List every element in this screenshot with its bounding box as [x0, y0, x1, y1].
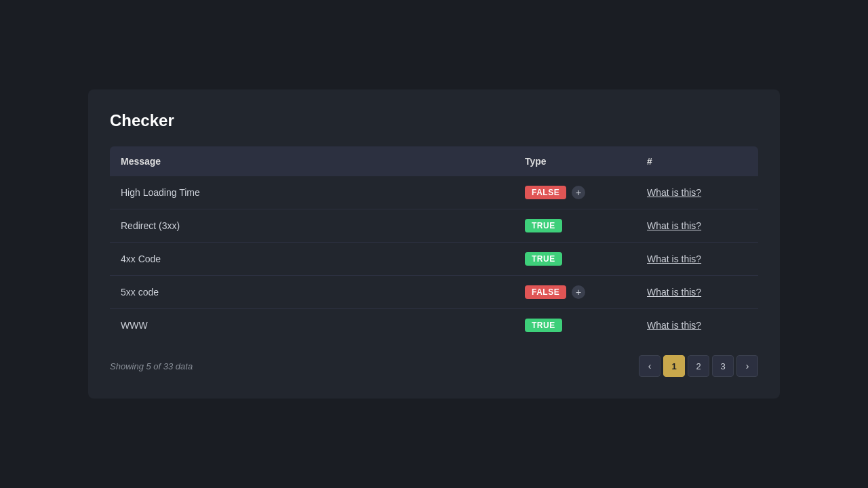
- cell-link: What is this?: [636, 309, 758, 342]
- checker-table: Message Type # High Loading TimeFALSE+Wh…: [110, 146, 758, 342]
- col-message: Message: [110, 146, 514, 176]
- cell-message: WWW: [110, 309, 514, 342]
- pagination-prev[interactable]: ‹: [639, 355, 660, 377]
- what-is-this-link[interactable]: What is this?: [647, 320, 701, 331]
- cell-link: What is this?: [636, 276, 758, 309]
- main-container: Checker Message Type # High Loading Time…: [88, 89, 780, 399]
- pagination-next[interactable]: ›: [736, 355, 758, 377]
- table-row: High Loading TimeFALSE+What is this?: [110, 176, 758, 209]
- cell-message: 5xx code: [110, 276, 514, 309]
- type-badge: TRUE: [525, 219, 562, 232]
- table-row: 4xx CodeTRUEWhat is this?: [110, 243, 758, 276]
- table-footer: Showing 5 of 33 data ‹ 1 2 3 ›: [110, 355, 758, 377]
- what-is-this-link[interactable]: What is this?: [647, 253, 701, 264]
- cell-type: FALSE+: [514, 276, 636, 309]
- table-wrapper: Message Type # High Loading TimeFALSE+Wh…: [110, 146, 758, 342]
- type-badge: FALSE: [525, 285, 566, 299]
- pagination-page-1[interactable]: 1: [663, 355, 685, 377]
- what-is-this-link[interactable]: What is this?: [647, 220, 701, 231]
- type-badge: TRUE: [525, 252, 562, 266]
- table-row: Redirect (3xx)TRUEWhat is this?: [110, 209, 758, 243]
- table-body: High Loading TimeFALSE+What is this?Redi…: [110, 176, 758, 342]
- cell-type: TRUE: [514, 309, 636, 342]
- cell-link: What is this?: [636, 209, 758, 243]
- what-is-this-link[interactable]: What is this?: [647, 287, 701, 298]
- cell-type: TRUE: [514, 209, 636, 243]
- cell-link: What is this?: [636, 176, 758, 209]
- what-is-this-link[interactable]: What is this?: [647, 187, 701, 198]
- type-badge: TRUE: [525, 319, 562, 332]
- cell-message: High Loading Time: [110, 176, 514, 209]
- cell-link: What is this?: [636, 243, 758, 276]
- pagination-page-3[interactable]: 3: [712, 355, 734, 377]
- table-header-row: Message Type #: [110, 146, 758, 176]
- table-row: 5xx codeFALSE+What is this?: [110, 276, 758, 309]
- col-hash: #: [636, 146, 758, 176]
- plus-icon[interactable]: +: [572, 285, 585, 299]
- table-row: WWWTRUEWhat is this?: [110, 309, 758, 342]
- pagination: ‹ 1 2 3 ›: [639, 355, 758, 377]
- cell-type: FALSE+: [514, 176, 636, 209]
- pagination-page-2[interactable]: 2: [688, 355, 709, 377]
- type-badge: FALSE: [525, 186, 566, 199]
- cell-message: 4xx Code: [110, 243, 514, 276]
- col-type: Type: [514, 146, 636, 176]
- page-title: Checker: [110, 111, 758, 130]
- plus-icon[interactable]: +: [572, 186, 585, 199]
- showing-count: Showing 5 of 33 data: [110, 361, 193, 371]
- cell-type: TRUE: [514, 243, 636, 276]
- cell-message: Redirect (3xx): [110, 209, 514, 243]
